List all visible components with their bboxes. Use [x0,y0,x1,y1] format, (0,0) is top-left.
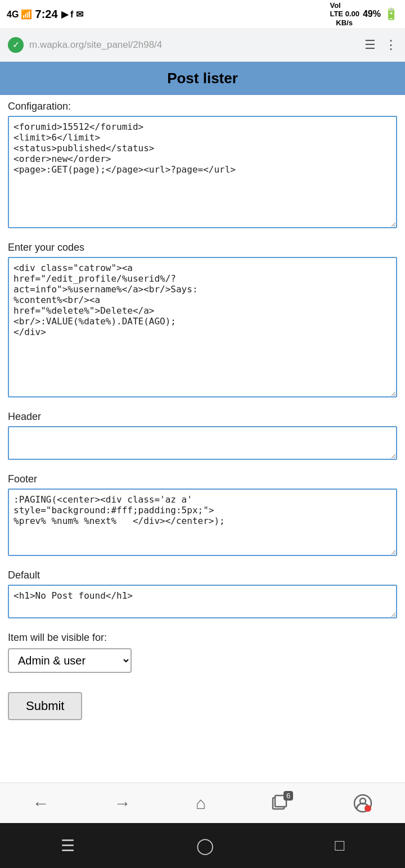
configuration-section: Configaration: [0,95,405,236]
url-display[interactable]: m.wapka.org/site_panel/2h98/4 [29,39,359,51]
visibility-select[interactable]: Admin & user Admin only Users only All [8,648,132,673]
status-left: 4G 📶 7:24 ▶ f ✉ [7,8,83,21]
visibility-section: Item will be visible for: Admin & user A… [0,626,405,679]
status-bar: 4G 📶 7:24 ▶ f ✉ VolLTE 0.00 KB/s 49% 🔋 [0,0,405,28]
more-options-icon[interactable]: ⋮ [385,38,397,52]
header-section: Header [0,405,405,468]
url-path: /site_panel/2h98/4 [84,39,162,50]
header-label: Header [8,411,397,423]
configuration-label: Configaration: [8,101,397,112]
footer-textarea[interactable] [8,489,397,556]
default-label: Default [8,569,397,581]
reader-mode-icon[interactable]: ☰ [364,38,376,52]
page-title: Post lister [0,62,405,95]
browser-bar: ✓ m.wapka.org/site_panel/2h98/4 ☰ ⋮ [0,28,405,62]
back-button[interactable]: ← [33,794,50,813]
submit-button[interactable]: Submit [8,692,82,720]
footer-section: Footer [0,468,405,564]
configuration-textarea[interactable] [8,116,397,228]
signal-icon: 4G 📶 [7,9,32,20]
media-icons: ▶ f ✉ [61,9,83,20]
forward-button[interactable]: → [114,794,131,813]
user-account-button[interactable] [353,794,372,813]
browser-action-icons: ☰ ⋮ [364,38,397,52]
android-menu-button[interactable]: ☰ [61,837,75,855]
android-home-button[interactable]: ◯ [196,837,214,855]
default-textarea[interactable] [8,585,397,618]
network-info: VolLTE 0.00 KB/s [330,1,359,28]
visibility-label: Item will be visible for: [8,632,397,644]
user-notification-dot [364,805,371,812]
android-back-button[interactable]: □ [335,837,344,855]
battery-icon: 🔋 [384,7,398,21]
footer-label: Footer [8,473,397,485]
security-shield-icon: ✓ [8,37,24,53]
codes-textarea[interactable] [8,257,397,397]
browser-nav-bar: ← → ⌂ 6 [0,783,405,823]
battery-percent: 49% [363,9,381,19]
default-section: Default [0,564,405,626]
status-right: VolLTE 0.00 KB/s 49% 🔋 [330,1,398,28]
header-textarea[interactable] [8,426,397,460]
home-button[interactable]: ⌂ [196,794,206,813]
main-content: Post lister Configaration: Enter your co… [0,62,405,821]
time-display: 7:24 [35,8,58,21]
url-base: m.wapka.org [29,39,84,50]
android-nav-bar: ☰ ◯ □ [0,823,405,868]
codes-label: Enter your codes [8,242,397,254]
tabs-count-badge: 6 [284,791,293,801]
codes-section: Enter your codes [0,236,405,405]
tabs-button[interactable]: 6 [271,794,289,812]
